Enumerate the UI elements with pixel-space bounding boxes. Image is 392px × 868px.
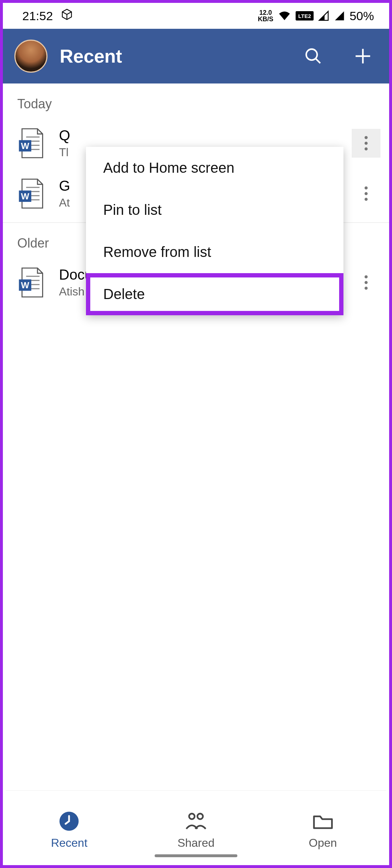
svg-point-36 (189, 814, 195, 819)
word-doc-icon: W (19, 128, 44, 159)
home-indicator[interactable] (155, 854, 237, 857)
menu-delete[interactable]: Delete (86, 273, 343, 315)
svg-line-5 (316, 59, 320, 63)
word-doc-icon: W (19, 267, 44, 298)
page-title: Recent (60, 45, 288, 67)
more-button[interactable] (352, 268, 380, 297)
svg-text:W: W (21, 141, 29, 151)
volte-icon: LTE2 (296, 10, 314, 21)
svg-text:LTE2: LTE2 (298, 13, 311, 19)
add-button[interactable] (350, 44, 375, 69)
nav-label: Shared (177, 836, 214, 850)
nav-shared[interactable]: Shared (133, 791, 260, 862)
section-header-today: Today (3, 83, 389, 118)
nav-label: Recent (51, 836, 87, 850)
svg-text:W: W (21, 280, 29, 290)
svg-point-25 (365, 198, 368, 201)
svg-text:W: W (21, 191, 29, 201)
bottom-nav: Recent Shared Open (6, 790, 386, 862)
more-button[interactable] (352, 179, 380, 208)
nav-open[interactable]: Open (259, 791, 386, 862)
search-button[interactable] (301, 44, 326, 69)
svg-point-33 (365, 281, 368, 284)
nav-label: Open (309, 836, 337, 850)
wifi-icon (278, 10, 291, 21)
context-menu: Add to Home screen Pin to list Remove fr… (86, 147, 343, 315)
battery-percent: 50% (350, 9, 374, 23)
more-button[interactable] (352, 129, 380, 158)
signal-icon-2 (334, 10, 345, 21)
app-bar: Recent (3, 29, 389, 83)
recent-icon (55, 810, 83, 833)
svg-point-32 (365, 275, 368, 279)
svg-point-14 (365, 136, 368, 139)
signal-icon-1 (318, 10, 329, 21)
svg-point-24 (365, 192, 368, 195)
svg-point-4 (306, 49, 317, 60)
folder-icon (309, 810, 337, 833)
svg-point-37 (197, 814, 203, 819)
nav-recent[interactable]: Recent (6, 791, 133, 862)
app-indicator-icon (61, 8, 73, 23)
menu-remove[interactable]: Remove from list (86, 231, 343, 273)
shared-icon (182, 810, 210, 833)
svg-point-16 (365, 147, 368, 150)
svg-point-15 (365, 142, 368, 145)
status-time: 21:52 (22, 9, 53, 23)
svg-point-23 (365, 186, 368, 190)
svg-point-34 (365, 286, 368, 290)
net-speed-icon: 12.0 KB/S (258, 9, 273, 22)
file-title: Q (59, 127, 337, 144)
avatar[interactable] (14, 40, 47, 73)
menu-add-home[interactable]: Add to Home screen (86, 147, 343, 189)
menu-pin[interactable]: Pin to list (86, 189, 343, 231)
word-doc-icon: W (19, 178, 44, 209)
status-bar: 21:52 12.0 KB/S LTE2 50% (3, 3, 389, 29)
